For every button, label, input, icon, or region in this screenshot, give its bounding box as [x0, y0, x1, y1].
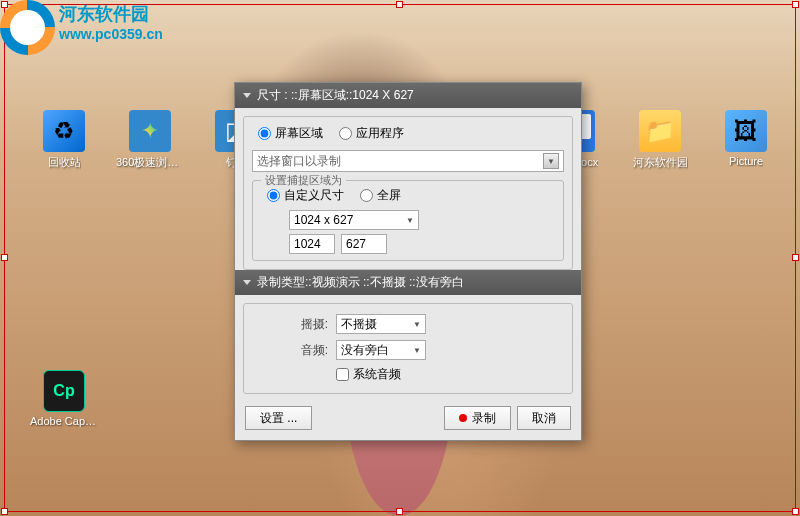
dialog-button-row: 设置 ... 录制 取消 — [243, 402, 573, 432]
button-label: 设置 ... — [260, 410, 297, 427]
chevron-down-icon: ▼ — [413, 320, 421, 329]
checkbox-label: 系统音频 — [353, 366, 401, 383]
radio-input[interactable] — [339, 127, 352, 140]
radio-label: 屏幕区域 — [275, 125, 323, 142]
radio-input[interactable] — [267, 189, 280, 202]
audio-combo[interactable]: 没有旁白 ▼ — [336, 340, 426, 360]
dialog-header-rectype: 录制类型::视频演示 ::不摇摄 ::没有旁白 — [235, 270, 581, 295]
dialog-header-size: 尺寸 : ::屏幕区域::1024 X 627 — [235, 83, 581, 108]
recording-type-section: 摇摄: 不摇摄 ▼ 音频: 没有旁白 ▼ 系统音频 — [243, 303, 573, 394]
resize-handle-tr[interactable] — [792, 1, 799, 8]
resize-handle-ml[interactable] — [1, 254, 8, 261]
resize-handle-bc[interactable] — [396, 508, 403, 515]
radio-screen-area[interactable]: 屏幕区域 — [258, 125, 323, 142]
resize-handle-br[interactable] — [792, 508, 799, 515]
height-input[interactable] — [341, 234, 387, 254]
collapse-icon[interactable] — [243, 280, 251, 285]
watermark-url: www.pc0359.cn — [59, 26, 163, 42]
header-text: 录制类型::视频演示 ::不摇摄 ::没有旁白 — [257, 274, 464, 291]
radio-label: 应用程序 — [356, 125, 404, 142]
watermark-logo-icon — [0, 0, 55, 55]
record-dot-icon — [459, 414, 467, 422]
radio-custom-size[interactable]: 自定义尺寸 — [267, 187, 344, 204]
combo-text: 没有旁白 — [341, 342, 389, 359]
window-select-combo[interactable]: 选择窗口以录制 ▼ — [252, 150, 564, 172]
chevron-down-icon[interactable]: ▼ — [543, 153, 559, 169]
collapse-icon[interactable] — [243, 93, 251, 98]
audio-label: 音频: — [292, 342, 328, 359]
pan-combo[interactable]: 不摇摄 ▼ — [336, 314, 426, 334]
radio-input[interactable] — [258, 127, 271, 140]
radio-label: 自定义尺寸 — [284, 187, 344, 204]
area-section: 屏幕区域 应用程序 选择窗口以录制 ▼ 设置捕捉区域为 自定义尺寸 — [243, 116, 573, 270]
settings-button[interactable]: 设置 ... — [245, 406, 312, 430]
recording-dialog: 尺寸 : ::屏幕区域::1024 X 627 屏幕区域 应用程序 选择窗口以录… — [234, 82, 582, 441]
chevron-down-icon: ▼ — [406, 216, 414, 225]
pan-label: 摇摄: — [292, 316, 328, 333]
button-label: 录制 — [472, 410, 496, 427]
chevron-down-icon: ▼ — [413, 346, 421, 355]
button-label: 取消 — [532, 410, 556, 427]
size-preset-combo[interactable]: 1024 x 627 ▼ — [289, 210, 419, 230]
combo-text: 选择窗口以录制 — [257, 153, 341, 170]
watermark: 河东软件园 www.pc0359.cn — [0, 0, 163, 55]
record-button[interactable]: 录制 — [444, 406, 511, 430]
width-input[interactable] — [289, 234, 335, 254]
combo-text: 不摇摄 — [341, 316, 377, 333]
radio-application[interactable]: 应用程序 — [339, 125, 404, 142]
combo-text: 1024 x 627 — [294, 213, 353, 227]
subsection-legend: 设置捕捉区域为 — [261, 173, 346, 188]
radio-input[interactable] — [360, 189, 373, 202]
system-audio-checkbox[interactable] — [336, 368, 349, 381]
resize-handle-tc[interactable] — [396, 1, 403, 8]
resize-handle-mr[interactable] — [792, 254, 799, 261]
radio-fullscreen[interactable]: 全屏 — [360, 187, 401, 204]
header-text: 尺寸 : ::屏幕区域::1024 X 627 — [257, 87, 414, 104]
cancel-button[interactable]: 取消 — [517, 406, 571, 430]
watermark-title: 河东软件园 — [59, 2, 163, 26]
resize-handle-bl[interactable] — [1, 508, 8, 515]
capture-size-subsection: 设置捕捉区域为 自定义尺寸 全屏 1024 x 627 ▼ — [252, 180, 564, 261]
radio-label: 全屏 — [377, 187, 401, 204]
